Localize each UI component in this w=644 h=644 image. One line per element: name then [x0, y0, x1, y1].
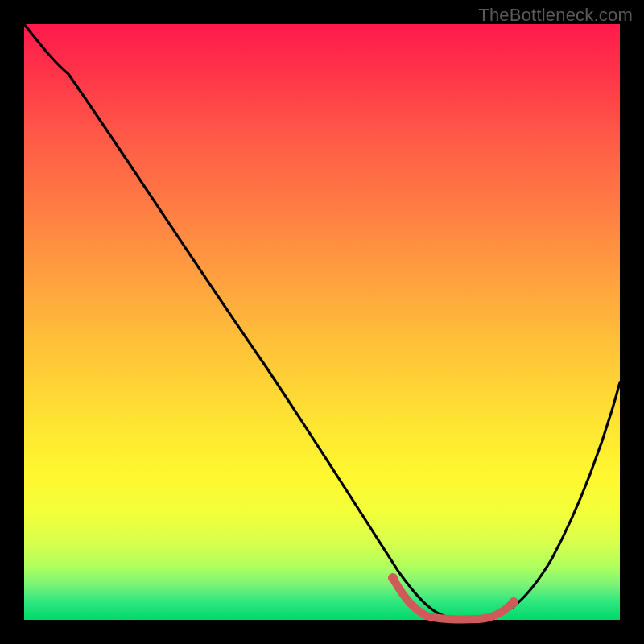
- flat-region-end-dot: [509, 597, 518, 607]
- chart-svg: [24, 24, 620, 620]
- flat-region-start-dot: [388, 573, 398, 583]
- chart-frame: TheBottleneck.com: [0, 0, 644, 644]
- flat-region-marker: [393, 578, 514, 620]
- bottleneck-curve: [24, 24, 620, 617]
- watermark-text: TheBottleneck.com: [478, 5, 633, 26]
